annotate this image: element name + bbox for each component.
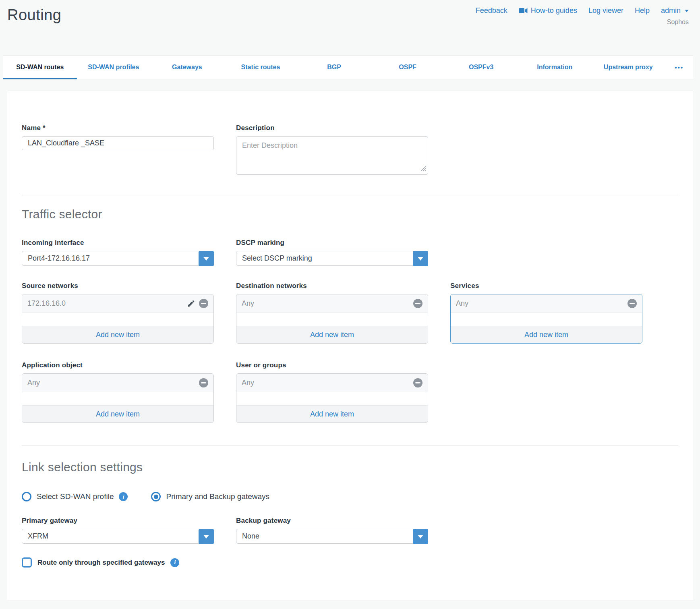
list-item: Any [451, 294, 642, 313]
user-or-groups-label: User or groups [236, 361, 428, 369]
add-new-item-button[interactable]: Add new item [236, 405, 428, 423]
gateways-row: Primary gateway XFRM Backup gateway None [22, 517, 678, 544]
services-group: Services Any Add new item [450, 282, 642, 344]
radio-select-sdwan-profile[interactable]: Select SD-WAN profile i [22, 492, 128, 501]
help-link-label: Help [635, 6, 650, 15]
page-header: Routing Feedback How-to guides Log viewe… [0, 0, 700, 55]
help-link[interactable]: Help [635, 6, 650, 15]
radio-label: Select SD-WAN profile [37, 492, 114, 501]
name-label: Name * [22, 124, 214, 132]
radio-icon[interactable] [22, 492, 31, 501]
tab-bgp[interactable]: BGP [297, 56, 371, 79]
services-label: Services [450, 282, 642, 290]
dscp-marking-select[interactable]: Select DSCP marking [236, 251, 428, 266]
incoming-interface-select[interactable]: Port4-172.16.16.17 [22, 251, 214, 266]
tab-sd-wan-profiles[interactable]: SD-WAN profiles [77, 56, 151, 79]
tab-information[interactable]: Information [518, 56, 592, 79]
info-icon[interactable]: i [119, 492, 128, 501]
radio-icon-checked[interactable] [151, 492, 161, 501]
listbox-empty-area [22, 392, 213, 405]
info-icon[interactable]: i [170, 558, 179, 567]
list-item-value: Any [242, 379, 254, 387]
radio-primary-backup-gateways[interactable]: Primary and Backup gateways [151, 492, 269, 501]
log-viewer-link[interactable]: Log viewer [588, 6, 623, 15]
how-to-guides-label: How-to guides [531, 6, 577, 15]
route-only-row: Route only through specified gateways i [22, 557, 678, 568]
description-field-group: Description [236, 124, 428, 176]
traffic-selector-heading: Traffic selector [22, 207, 678, 221]
backup-gateway-value: None [236, 532, 259, 541]
add-new-item-button[interactable]: Add new item [236, 326, 428, 343]
dscp-marking-group: DSCP marking Select DSCP marking [236, 239, 428, 266]
primary-gateway-group: Primary gateway XFRM [22, 517, 214, 544]
primary-gateway-select[interactable]: XFRM [22, 529, 214, 544]
list-item: 172.16.16.0 [22, 294, 213, 313]
radio-label: Primary and Backup gateways [166, 492, 269, 501]
how-to-guides-link[interactable]: How-to guides [519, 6, 577, 15]
feedback-link[interactable]: Feedback [476, 6, 507, 15]
backup-gateway-group: Backup gateway None [236, 517, 428, 544]
section-divider [22, 445, 678, 446]
link-selection-radios: Select SD-WAN profile i Primary and Back… [22, 492, 678, 501]
tab-static-routes[interactable]: Static routes [224, 56, 298, 79]
remove-icon[interactable] [199, 378, 208, 387]
listbox-empty-area [236, 392, 428, 405]
list-item: Any [22, 374, 213, 392]
name-field-group: Name * [22, 124, 214, 150]
remove-icon[interactable] [413, 378, 422, 387]
admin-menu[interactable]: admin [661, 6, 689, 15]
add-new-item-button[interactable]: Add new item [451, 326, 642, 343]
add-new-item-button[interactable]: Add new item [22, 405, 213, 423]
more-tabs-button[interactable]: ••• [665, 56, 693, 79]
edit-icon[interactable] [187, 299, 195, 308]
header-nav: Feedback How-to guides Log viewer Help a… [476, 6, 689, 15]
list-item: Any [236, 294, 428, 313]
application-object-label: Application object [22, 361, 214, 369]
link-selection-heading: Link selection settings [22, 460, 678, 474]
dscp-marking-value: Select DSCP marking [236, 254, 312, 263]
remove-icon[interactable] [199, 299, 208, 308]
incoming-interface-group: Incoming interface Port4-172.16.16.17 [22, 239, 214, 266]
dropdown-button[interactable] [199, 251, 214, 266]
listbox-empty-area [236, 313, 428, 326]
sd-wan-route-form: Name * Description Traffic selector Inco… [7, 91, 693, 601]
remove-icon[interactable] [413, 299, 422, 308]
video-camera-icon [519, 8, 528, 14]
primary-gateway-value: XFRM [22, 532, 48, 541]
route-only-checkbox[interactable] [22, 557, 32, 568]
dscp-marking-label: DSCP marking [236, 239, 428, 247]
destination-networks-label: Destination networks [236, 282, 428, 290]
caret-down-icon [203, 257, 209, 261]
listbox-empty-area [451, 313, 642, 326]
list-item-value: Any [27, 379, 40, 387]
description-textarea[interactable] [236, 136, 428, 175]
primary-gateway-label: Primary gateway [22, 517, 214, 525]
dropdown-button[interactable] [413, 251, 428, 266]
caret-down-icon [418, 535, 423, 539]
source-networks-label: Source networks [22, 282, 214, 290]
admin-menu-label: admin [661, 6, 681, 15]
feedback-link-label: Feedback [476, 6, 507, 15]
tab-gateways[interactable]: Gateways [150, 56, 224, 79]
name-input[interactable] [22, 136, 214, 150]
tab-ospfv3[interactable]: OSPFv3 [444, 56, 518, 79]
application-object-group: Application object Any Add new item [22, 361, 214, 423]
tab-upstream-proxy[interactable]: Upstream proxy [592, 56, 665, 79]
remove-icon[interactable] [628, 299, 637, 308]
user-or-groups-listbox: Any Add new item [236, 373, 428, 423]
add-new-item-button[interactable]: Add new item [22, 326, 213, 343]
backup-gateway-label: Backup gateway [236, 517, 428, 525]
backup-gateway-select[interactable]: None [236, 529, 428, 544]
description-label: Description [236, 124, 428, 132]
dropdown-button[interactable] [413, 529, 428, 544]
route-only-label: Route only through specified gateways [37, 559, 165, 567]
dropdown-button[interactable] [199, 529, 214, 544]
list-item: Any [236, 374, 428, 392]
tab-ospf[interactable]: OSPF [371, 56, 445, 79]
application-object-listbox: Any Add new item [22, 373, 214, 423]
list-item-value: Any [242, 299, 254, 308]
tab-sd-wan-routes[interactable]: SD-WAN routes [3, 56, 77, 79]
tab-bar: SD-WAN routes SD-WAN profiles Gateways S… [3, 55, 693, 79]
header-right: Feedback How-to guides Log viewer Help a… [476, 6, 689, 26]
user-or-groups-group: User or groups Any Add new item [236, 361, 428, 423]
